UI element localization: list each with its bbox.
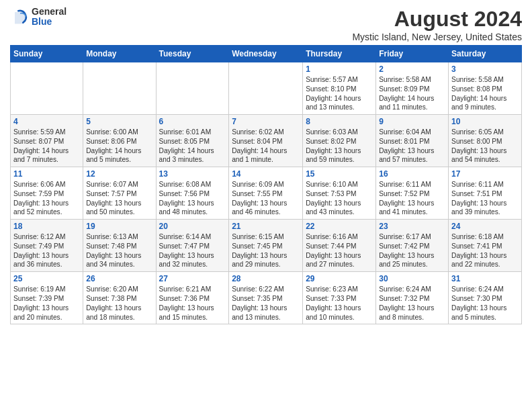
day-info: Sunrise: 5:59 AM Sunset: 8:07 PM Dayligh…	[13, 128, 80, 165]
col-wednesday: Wednesday	[229, 46, 303, 62]
col-sunday: Sunday	[11, 46, 83, 62]
day-cell: 7Sunrise: 6:02 AM Sunset: 8:04 PM Daylig…	[229, 115, 303, 167]
col-tuesday: Tuesday	[156, 46, 229, 62]
day-number: 2	[379, 64, 445, 74]
day-cell: 22Sunrise: 6:16 AM Sunset: 7:44 PM Dayli…	[303, 220, 376, 272]
day-cell: 15Sunrise: 6:10 AM Sunset: 7:53 PM Dayli…	[303, 167, 376, 220]
header: General Blue August 2024 Mystic Island, …	[10, 7, 522, 42]
day-info: Sunrise: 6:04 AM Sunset: 8:01 PM Dayligh…	[379, 128, 445, 165]
day-info: Sunrise: 6:14 AM Sunset: 7:47 PM Dayligh…	[159, 232, 226, 269]
day-info: Sunrise: 6:03 AM Sunset: 8:02 PM Dayligh…	[306, 128, 373, 165]
day-cell: 8Sunrise: 6:03 AM Sunset: 8:02 PM Daylig…	[303, 115, 376, 167]
week-row-0: 1Sunrise: 5:57 AM Sunset: 8:10 PM Daylig…	[11, 62, 522, 115]
day-cell: 18Sunrise: 6:12 AM Sunset: 7:49 PM Dayli…	[11, 220, 83, 272]
day-number: 11	[13, 169, 80, 179]
day-number: 14	[232, 169, 300, 179]
day-cell: 29Sunrise: 6:23 AM Sunset: 7:33 PM Dayli…	[303, 272, 376, 324]
day-number: 6	[159, 117, 226, 126]
day-number: 16	[379, 169, 445, 179]
day-info: Sunrise: 6:19 AM Sunset: 7:39 PM Dayligh…	[13, 285, 80, 322]
day-number: 23	[379, 222, 445, 231]
day-info: Sunrise: 6:21 AM Sunset: 7:36 PM Dayligh…	[159, 285, 226, 322]
day-info: Sunrise: 5:58 AM Sunset: 8:08 PM Dayligh…	[451, 75, 519, 112]
day-cell: 19Sunrise: 6:13 AM Sunset: 7:48 PM Dayli…	[83, 220, 156, 272]
day-number: 30	[379, 274, 445, 283]
day-number: 24	[451, 222, 519, 231]
day-number: 9	[379, 117, 445, 126]
day-number: 19	[86, 222, 152, 231]
col-saturday: Saturday	[449, 46, 522, 62]
day-number: 10	[451, 117, 519, 126]
calendar-body: 1Sunrise: 5:57 AM Sunset: 8:10 PM Daylig…	[11, 62, 522, 324]
day-info: Sunrise: 6:06 AM Sunset: 7:59 PM Dayligh…	[13, 180, 80, 217]
day-cell: 10Sunrise: 6:05 AM Sunset: 8:00 PM Dayli…	[449, 115, 522, 167]
day-cell: 28Sunrise: 6:22 AM Sunset: 7:35 PM Dayli…	[229, 272, 303, 324]
week-row-3: 18Sunrise: 6:12 AM Sunset: 7:49 PM Dayli…	[11, 220, 522, 272]
week-row-2: 11Sunrise: 6:06 AM Sunset: 7:59 PM Dayli…	[11, 167, 522, 220]
day-number: 20	[159, 222, 226, 231]
col-friday: Friday	[376, 46, 449, 62]
day-number: 12	[86, 169, 152, 179]
day-info: Sunrise: 6:11 AM Sunset: 7:51 PM Dayligh…	[451, 180, 519, 217]
header-row: Sunday Monday Tuesday Wednesday Thursday…	[11, 46, 522, 62]
day-info: Sunrise: 6:08 AM Sunset: 7:56 PM Dayligh…	[159, 180, 226, 217]
day-info: Sunrise: 6:12 AM Sunset: 7:49 PM Dayligh…	[13, 232, 80, 269]
day-cell	[11, 62, 83, 115]
day-number: 7	[232, 117, 300, 126]
day-info: Sunrise: 6:10 AM Sunset: 7:53 PM Dayligh…	[306, 180, 373, 217]
day-number: 1	[306, 64, 373, 74]
day-number: 17	[451, 169, 519, 179]
main-title: August 2024	[352, 7, 522, 32]
day-info: Sunrise: 6:23 AM Sunset: 7:33 PM Dayligh…	[306, 285, 373, 322]
day-cell: 12Sunrise: 6:07 AM Sunset: 7:57 PM Dayli…	[83, 167, 156, 220]
logo-blue-text: Blue	[32, 17, 66, 27]
subtitle: Mystic Island, New Jersey, United States	[352, 32, 522, 42]
day-info: Sunrise: 6:05 AM Sunset: 8:00 PM Dayligh…	[451, 128, 519, 165]
day-cell: 24Sunrise: 6:18 AM Sunset: 7:41 PM Dayli…	[449, 220, 522, 272]
day-info: Sunrise: 6:24 AM Sunset: 7:32 PM Dayligh…	[379, 285, 445, 322]
logo: General Blue	[10, 7, 66, 28]
logo-general-text: General	[32, 7, 66, 17]
day-info: Sunrise: 6:17 AM Sunset: 7:42 PM Dayligh…	[379, 232, 445, 269]
col-monday: Monday	[83, 46, 156, 62]
day-number: 26	[86, 274, 152, 283]
day-cell: 6Sunrise: 6:01 AM Sunset: 8:05 PM Daylig…	[156, 115, 229, 167]
week-row-4: 25Sunrise: 6:19 AM Sunset: 7:39 PM Dayli…	[11, 272, 522, 324]
col-thursday: Thursday	[303, 46, 376, 62]
day-info: Sunrise: 6:16 AM Sunset: 7:44 PM Dayligh…	[306, 232, 373, 269]
day-info: Sunrise: 6:24 AM Sunset: 7:30 PM Dayligh…	[451, 285, 519, 322]
day-info: Sunrise: 6:09 AM Sunset: 7:55 PM Dayligh…	[232, 180, 300, 217]
day-number: 8	[306, 117, 373, 126]
logo-icon	[10, 7, 29, 26]
day-info: Sunrise: 5:58 AM Sunset: 8:09 PM Dayligh…	[379, 75, 445, 112]
day-cell: 3Sunrise: 5:58 AM Sunset: 8:08 PM Daylig…	[449, 62, 522, 115]
week-row-1: 4Sunrise: 5:59 AM Sunset: 8:07 PM Daylig…	[11, 115, 522, 167]
day-cell: 17Sunrise: 6:11 AM Sunset: 7:51 PM Dayli…	[449, 167, 522, 220]
day-info: Sunrise: 6:18 AM Sunset: 7:41 PM Dayligh…	[451, 232, 519, 269]
day-info: Sunrise: 6:11 AM Sunset: 7:52 PM Dayligh…	[379, 180, 445, 217]
day-cell: 9Sunrise: 6:04 AM Sunset: 8:01 PM Daylig…	[376, 115, 449, 167]
day-cell: 30Sunrise: 6:24 AM Sunset: 7:32 PM Dayli…	[376, 272, 449, 324]
calendar-table: Sunday Monday Tuesday Wednesday Thursday…	[10, 45, 522, 324]
day-number: 18	[13, 222, 80, 231]
day-number: 4	[13, 117, 80, 126]
day-info: Sunrise: 6:01 AM Sunset: 8:05 PM Dayligh…	[159, 128, 226, 165]
day-number: 22	[306, 222, 373, 231]
day-cell	[83, 62, 156, 115]
day-number: 13	[159, 169, 226, 179]
day-info: Sunrise: 6:22 AM Sunset: 7:35 PM Dayligh…	[232, 285, 300, 322]
day-number: 27	[159, 274, 226, 283]
day-info: Sunrise: 6:07 AM Sunset: 7:57 PM Dayligh…	[86, 180, 152, 217]
day-info: Sunrise: 6:15 AM Sunset: 7:45 PM Dayligh…	[232, 232, 300, 269]
day-cell: 27Sunrise: 6:21 AM Sunset: 7:36 PM Dayli…	[156, 272, 229, 324]
day-number: 29	[306, 274, 373, 283]
main-container: General Blue August 2024 Mystic Island, …	[0, 0, 532, 328]
day-number: 15	[306, 169, 373, 179]
day-cell: 2Sunrise: 5:58 AM Sunset: 8:09 PM Daylig…	[376, 62, 449, 115]
day-cell	[156, 62, 229, 115]
day-number: 21	[232, 222, 300, 231]
day-info: Sunrise: 5:57 AM Sunset: 8:10 PM Dayligh…	[306, 75, 373, 112]
day-cell: 20Sunrise: 6:14 AM Sunset: 7:47 PM Dayli…	[156, 220, 229, 272]
day-info: Sunrise: 6:13 AM Sunset: 7:48 PM Dayligh…	[86, 232, 152, 269]
day-number: 31	[451, 274, 519, 283]
